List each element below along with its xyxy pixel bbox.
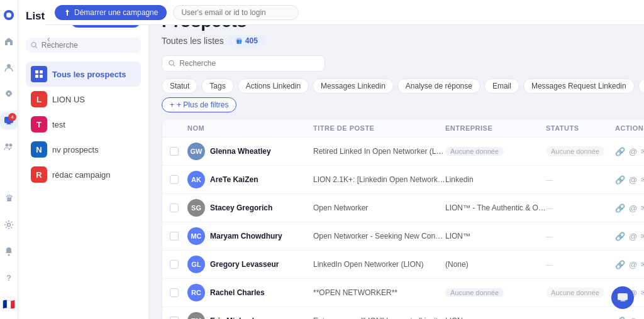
prospect-avatar: GL — [187, 256, 205, 273]
nav-group[interactable] — [0, 138, 18, 156]
link-icon[interactable]: 🔗 — [615, 203, 625, 213]
row-checkbox[interactable] — [170, 260, 187, 269]
table-row: SG Stacey Gregorich Open Networker LION™… — [162, 194, 644, 222]
svg-rect-13 — [35, 75, 38, 78]
sidebar-item-lion[interactable]: L LION US — [26, 87, 141, 112]
svg-point-17 — [169, 60, 174, 65]
msg1-icon[interactable]: ✉ — [641, 261, 644, 269]
prospects-search[interactable] — [162, 55, 325, 72]
msg1-icon[interactable]: ✉ — [641, 289, 644, 297]
prospects-table: NOM TITRE DE POSTE ENTREPRISE STATUTS AC… — [162, 119, 644, 319]
prospect-name[interactable]: AK AreTe KaiZen — [187, 171, 313, 188]
nav-bell[interactable] — [0, 242, 18, 260]
link-icon[interactable]: 🔗 — [615, 175, 625, 185]
company-name: LION™ - The Authentic & Origin... — [445, 203, 546, 212]
filter-tab-messages-request[interactable]: Messages Request Linkedin — [523, 78, 635, 94]
filter-more-button[interactable]: + + Plus de filtres — [162, 97, 236, 112]
sidebar: Listes + Créer une liste Tous les prospe… — [18, 0, 149, 319]
action-icons: 🔗 @ ✉ 💬 — [615, 316, 644, 320]
sidebar-item-all-prospects[interactable]: Tous les prospects — [26, 62, 141, 87]
filter-tab-analyse[interactable]: Analyse de réponse — [397, 78, 480, 94]
row-checkbox[interactable] — [170, 147, 187, 156]
filter-tab-statut[interactable]: Statut — [162, 78, 197, 94]
icon-nav: 4 ♛ ? 🇫🇷 — [0, 0, 18, 319]
prospect-name[interactable]: GL Gregory Levasseur — [187, 256, 313, 273]
job-title: Open Networker - Seeking New Connections… — [313, 232, 445, 241]
job-title: Entrepreneur. "LION" I accept all invite… — [313, 316, 445, 319]
sidebar-item-label-all: Tous les prospects — [52, 70, 126, 79]
link-icon[interactable]: 🔗 — [615, 232, 625, 241]
prospect-name[interactable]: MC Maryam Chowdhury — [187, 227, 313, 245]
redac-icon: R — [31, 166, 47, 183]
campaign-button[interactable]: Démarrer une campagne — [55, 5, 167, 20]
nav-people[interactable] — [0, 59, 18, 77]
status-cell: — — [546, 316, 615, 319]
filter-tab-tags[interactable]: Tags — [201, 78, 233, 94]
at-icon[interactable]: @ — [629, 175, 637, 185]
sidebar-item-label-lion: LION US — [52, 95, 85, 104]
sidebar-search[interactable] — [26, 38, 141, 53]
count-value: 405 — [245, 36, 258, 45]
filter-tab-actions-linkedin[interactable]: Actions Linkedin — [238, 78, 309, 94]
sidebar-item-nv[interactable]: N nv prospects — [26, 137, 141, 162]
nav-logo[interactable] — [0, 6, 18, 24]
filter-tab-email[interactable]: Email — [484, 78, 519, 94]
sidebar-item-test[interactable]: T test — [26, 112, 141, 137]
prospects-search-input[interactable] — [179, 59, 318, 68]
status-cell: — — [546, 175, 615, 184]
at-icon[interactable]: @ — [629, 203, 637, 213]
header-nom: NOM — [187, 124, 313, 132]
nav-chat[interactable]: 4 — [0, 112, 18, 129]
prospect-name[interactable]: EM Eric Michaels — [187, 312, 313, 319]
sidebar-search-input[interactable] — [42, 41, 136, 50]
at-icon[interactable]: @ — [629, 260, 637, 269]
row-checkbox[interactable] — [170, 316, 187, 319]
prospect-name[interactable]: RC Rachel Charles — [187, 284, 313, 301]
link-icon[interactable]: 🔗 — [615, 147, 625, 156]
svg-text:👥: 👥 — [236, 38, 242, 44]
at-icon[interactable]: @ — [629, 232, 637, 241]
filter-tab-messages-linkedin[interactable]: Messages Linkedin — [313, 78, 394, 94]
row-checkbox[interactable] — [170, 232, 187, 241]
page-subtitle: Toutes les listes — [162, 36, 224, 46]
msg1-icon[interactable]: ✉ — [641, 204, 644, 212]
chat-bubble-button[interactable] — [611, 286, 634, 309]
table-row: RC Rachel Charles **OPEN NETWORKER** Auc… — [162, 279, 644, 307]
name-text: Glenna Wheatley — [210, 147, 271, 156]
topbar-search-input[interactable] — [173, 5, 299, 20]
nav-flag[interactable]: 🇫🇷 — [0, 295, 18, 313]
filter-tab-ai[interactable]: AI Prospect Finder — [638, 78, 644, 94]
nav-question[interactable]: ? — [0, 269, 18, 286]
header-actions: ACTIONS — [615, 124, 644, 132]
prospect-name[interactable]: SG Stacey Gregorich — [187, 199, 313, 217]
msg1-icon[interactable]: ✉ — [641, 232, 644, 241]
at-icon[interactable]: @ — [629, 316, 637, 320]
svg-point-1 — [6, 13, 11, 18]
header-entreprise: ENTREPRISE — [445, 124, 546, 132]
msg1-icon[interactable]: ✉ — [641, 148, 644, 156]
company-name: Linkedin — [445, 175, 546, 184]
content-area: Listes + Créer une liste Tous les prospe… — [18, 0, 644, 319]
row-checkbox[interactable] — [170, 175, 187, 184]
msg1-icon[interactable]: ✉ — [641, 317, 644, 320]
msg1-icon[interactable]: ✉ — [641, 176, 644, 184]
status-empty: — — [546, 204, 553, 212]
row-checkbox[interactable] — [170, 288, 187, 297]
nav-rocket[interactable] — [0, 85, 18, 103]
status-badge: Aucune donnée — [546, 288, 604, 298]
at-icon[interactable]: @ — [629, 147, 637, 156]
nav-home[interactable] — [0, 33, 18, 50]
table-body: GW Glenna Wheatley Retired Linked In Ope… — [162, 138, 644, 319]
link-icon[interactable]: 🔗 — [615, 260, 625, 269]
link-icon[interactable]: 🔗 — [615, 316, 625, 320]
back-arrow[interactable]: ‹ — [45, 31, 53, 46]
prospect-name[interactable]: GW Glenna Wheatley — [187, 143, 313, 160]
nav-crown[interactable]: ♛ — [0, 190, 18, 207]
row-checkbox[interactable] — [170, 203, 187, 212]
sidebar-item-label-redac: rédac campaign — [52, 170, 111, 180]
action-icons: 🔗 @ ✉ 💬 — [615, 260, 644, 269]
nav-settings[interactable] — [0, 216, 18, 234]
action-icons: 🔗 @ ✉ 💬 — [615, 203, 644, 213]
filter-more-icon: + — [170, 100, 174, 109]
sidebar-item-redac[interactable]: R rédac campaign — [26, 162, 141, 187]
